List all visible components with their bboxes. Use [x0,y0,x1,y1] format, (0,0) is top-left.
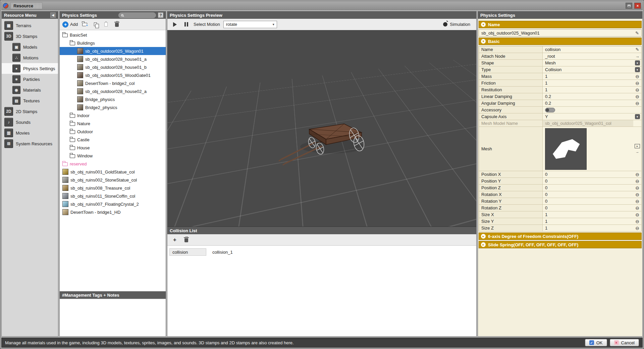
sidebar-item-materials[interactable]: ◉Materials [2,85,58,95]
tree-row-castle[interactable]: Castle [60,136,166,144]
tree-row-sb-obj-ruins008-treasure-col[interactable]: sb_obj_ruins008_Treasure_col [60,184,166,192]
tree-row-window[interactable]: Window [60,152,166,160]
value-slider-icon[interactable]: ⊖ [635,74,639,79]
value-slider-icon[interactable]: ⊖ [635,226,639,231]
tree-row-buildings[interactable]: Buildings [60,39,166,47]
value-slider-icon[interactable]: ⊖ [635,81,639,86]
tree-row-sb-obj-ruins002-stonestatue-col[interactable]: sb_obj_ruins002_StoneStatue_col [60,176,166,184]
value-slider-icon[interactable]: ⊖ [635,101,639,106]
sidebar-item-models[interactable]: ▣Models [2,42,58,52]
value-slider-icon[interactable]: ⊖ [635,192,639,197]
help-button[interactable]: ? [158,12,163,18]
sidebar-item-2d-stamps[interactable]: 2D2D Stamps [2,106,58,117]
sidebar-item-system-resources[interactable]: ⊞System Resources [2,138,58,149]
value-slider-icon[interactable]: ⊖ [635,186,639,190]
value-slider-icon[interactable]: ⊖ [635,212,639,217]
restore-window-button[interactable] [626,3,632,9]
collision-name-cell[interactable]: collision [169,248,206,256]
collapse-sidebar-button[interactable]: ◀ [50,12,56,18]
property-value[interactable]: 1 [543,73,633,80]
add-button[interactable]: + Add [62,21,78,28]
sidebar-item-movies[interactable]: ▥Movies [2,128,58,138]
property-value[interactable]: 0.2 [543,100,633,106]
name-section-header[interactable]: ▾ Name [479,21,642,28]
copy-button[interactable] [91,20,99,29]
value-slider-icon[interactable]: ⊖ [635,206,639,210]
node-link-icon[interactable]: → [635,54,640,59]
mesh-link-icon[interactable]: → [636,150,639,154]
tree-row-sb-obj-ruins011-stonecoffin-col[interactable]: sb_obj_ruins011_StoneCoffin_col [60,192,166,200]
tree-row-house[interactable]: House [60,144,166,152]
edit-icon[interactable]: ✎ [636,47,639,52]
add-collision-button[interactable]: + [171,236,179,244]
tree-row-sb-obj-ruins001-goldstatue-col[interactable]: sb_obj_ruins001_GoldStatue_col [60,168,166,176]
tree-row-deserttown-bridge1-hd[interactable]: DesertTown - bridge1_HD [60,208,166,216]
tree-row-sb-obj-outdoor028-house02-a[interactable]: sb_obj_outdoor028_house02_a [60,87,166,95]
value-slider-icon[interactable]: ⊖ [635,94,639,99]
property-value[interactable] [543,127,633,171]
ok-button[interactable]: ✓ OK [585,339,607,346]
dropdown-icon[interactable]: ▾ [635,67,640,72]
dropdown-icon[interactable]: ▾ [635,60,640,65]
tree-row-basicset[interactable]: BasicSet [60,31,166,39]
tree-row-sb-obj-outdoor025-wagon01[interactable]: sb_obj_outdoor025_Wagon01 [60,47,166,55]
collision-list-row[interactable]: collisioncollision_1 [167,248,476,256]
motion-dropdown[interactable]: rotate ▾ [223,21,277,28]
property-value[interactable]: 0 [543,198,633,204]
tree-row-bridge-physics[interactable]: Bridge_physics [60,95,166,103]
property-value[interactable]: Y [543,113,633,120]
value-slider-icon[interactable]: ⊖ [635,219,639,224]
management-tags-notes-area[interactable] [60,299,166,336]
property-value[interactable]: collision [543,46,633,53]
property-value[interactable]: 0.2 [543,93,633,100]
play-button[interactable] [171,20,179,29]
pause-button[interactable] [182,20,190,29]
simulation-button[interactable]: Simulation [440,21,473,28]
tree-row-reserved[interactable]: reserved [60,160,166,168]
tree-row-sb-obj-outdoor028-house01-b[interactable]: sb_obj_outdoor028_house01_b [60,63,166,71]
property-value[interactable]: 0 [543,205,633,211]
property-value[interactable]: 1 [543,87,633,93]
basic-section-header[interactable]: ▾ Basic [479,38,642,45]
sidebar-item-sounds[interactable]: ♪Sounds [2,117,58,128]
3d-viewport[interactable] [167,30,476,227]
property-value[interactable]: Collision [543,66,633,73]
property-value[interactable] [543,107,633,113]
property-value[interactable]: 0 [543,178,633,184]
value-slider-icon[interactable]: ⊖ [635,179,639,184]
property-value[interactable]: Mesh [543,60,633,66]
tree-row-sb-obj-outdoor028-house01-a[interactable]: sb_obj_outdoor028_house01_a [60,55,166,63]
sidebar-item-3d-stamps[interactable]: 3D3D Stamps [2,31,58,42]
cancel-button[interactable]: × Cancel [610,339,639,346]
tree-row-nature[interactable]: Nature [60,119,166,128]
search-input[interactable] [118,12,156,18]
tree-row-sb-obj-ruins007-floatingcrystal-2[interactable]: sb_obj_ruins007_FloatingCrystal_2 [60,200,166,208]
sidebar-item-physics-settings[interactable]: ●Physics Settings [2,63,58,74]
slide-spring-section-header[interactable]: ▸ Slide Spring(OFF, OFF, OFF, OFF, OFF, … [479,241,642,248]
sidebar-item-motions[interactable]: ∴Motions [2,52,58,63]
tree-row-sb-obj-outdoor015-woodgate01[interactable]: sb_obj_outdoor015_WoodGate01 [60,71,166,79]
dropdown-icon[interactable]: ▾ [635,114,640,119]
property-value[interactable]: 0 [543,191,633,198]
paste-button[interactable] [102,20,110,29]
delete-button[interactable] [113,20,121,29]
sidebar-item-particles[interactable]: ∗Particles [2,74,58,85]
export-mesh-icon[interactable]: ▸ [635,144,640,148]
property-value[interactable]: 1 [543,80,633,86]
value-slider-icon[interactable]: ⊖ [635,199,639,204]
accessory-toggle[interactable] [545,108,555,112]
dof-section-header[interactable]: ▸ 6-axis Degree of Freedom Constraints(O… [479,233,642,240]
property-value[interactable]: 0 [543,185,633,191]
property-value[interactable]: _root [543,53,633,59]
new-folder-button[interactable]: + [80,20,89,29]
sidebar-item-terrains[interactable]: ▦Terrains [2,20,58,31]
property-value[interactable]: 0 [543,171,633,178]
resource-name-field[interactable]: sb_obj_outdoor025_Wagon01 ✎ [479,29,642,37]
tree-row-deserttown-bridge2-col[interactable]: DesertTown - bridge2_col [60,79,166,87]
close-window-button[interactable]: × [634,3,641,9]
property-value[interactable]: 1 [543,211,633,218]
titlebar[interactable]: Resource × [1,1,643,10]
value-slider-icon[interactable]: ⊖ [635,172,639,177]
tree-row-bridge2-physics[interactable]: Bridge2_physics [60,103,166,111]
tree-row-indoor[interactable]: Indoor [60,111,166,119]
